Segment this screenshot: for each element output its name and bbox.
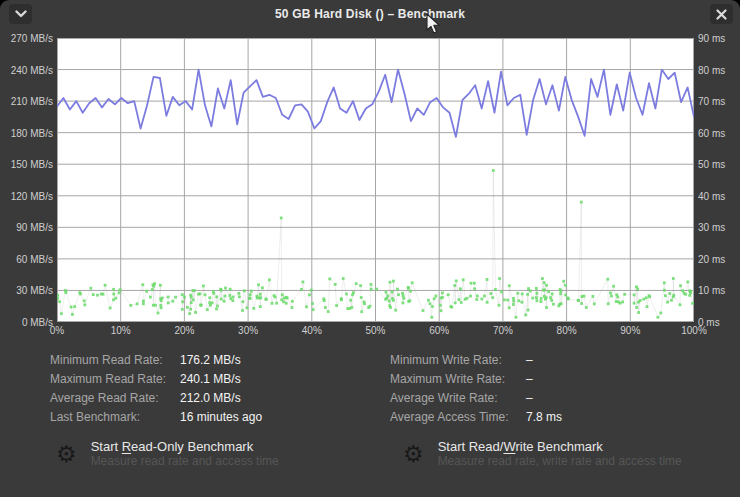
y-left-tick: 90 MB/s — [16, 222, 53, 233]
y-left-tick: 120 MB/s — [11, 190, 53, 201]
stat-value: – — [526, 391, 533, 405]
stat-min-read-rate: Minimum Read Rate: 176.2 MB/s — [50, 350, 262, 369]
stat-value: 212.0 MB/s — [180, 391, 241, 405]
y-right-tick: 80 ms — [698, 64, 725, 75]
x-tick: 10% — [111, 325, 131, 336]
close-button[interactable] — [710, 4, 733, 24]
stat-value: – — [526, 353, 533, 367]
stat-value: 16 minutes ago — [180, 410, 262, 424]
y-left-tick: 240 MB/s — [11, 64, 53, 75]
y-right-tick: 40 ms — [698, 190, 725, 201]
stat-value: 7.8 ms — [526, 410, 562, 424]
action-text: Start Read-Only Benchmark Measure read r… — [91, 439, 279, 468]
x-tick: 90% — [620, 325, 640, 336]
y-left-tick: 270 MB/s — [11, 33, 53, 44]
action-text: Start Read/Write Benchmark Measure read … — [438, 439, 682, 468]
action-subtitle: Measure read rate, write rate and access… — [438, 454, 682, 468]
stat-label: Average Read Rate: — [50, 391, 180, 405]
y-axis-right-access-time: 90 ms80 ms70 ms60 ms50 ms40 ms30 ms20 ms… — [698, 38, 740, 322]
stat-value: – — [526, 372, 533, 386]
write-stats-column: Minimum Write Rate: – Maximum Write Rate… — [390, 350, 562, 426]
y-right-tick: 90 ms — [698, 33, 725, 44]
window-title: 50 GB Hard Disk () – Benchmark — [0, 7, 740, 21]
stat-max-read-rate: Maximum Read Rate: 240.1 MB/s — [50, 369, 262, 388]
close-icon — [716, 9, 727, 20]
stat-label: Maximum Read Rate: — [50, 372, 180, 386]
y-left-tick: 30 MB/s — [16, 285, 53, 296]
y-left-tick: 180 MB/s — [11, 127, 53, 138]
x-tick: 40% — [302, 325, 322, 336]
x-tick: 100% — [681, 325, 707, 336]
benchmark-dialog: 50 GB Hard Disk () – Benchmark 270 MB/s2… — [0, 0, 740, 497]
stat-label: Minimum Read Rate: — [50, 353, 180, 367]
action-title: Start Read/Write Benchmark — [438, 439, 682, 454]
x-tick: 20% — [174, 325, 194, 336]
stat-label: Minimum Write Rate: — [390, 353, 526, 367]
x-tick: 60% — [429, 325, 449, 336]
stat-max-write-rate: Maximum Write Rate: – — [390, 369, 562, 388]
benchmark-chart — [57, 38, 694, 322]
y-right-tick: 30 ms — [698, 222, 725, 233]
stat-label: Maximum Write Rate: — [390, 372, 526, 386]
x-tick: 70% — [493, 325, 513, 336]
stat-min-write-rate: Minimum Write Rate: – — [390, 350, 562, 369]
stat-label: Average Access Time: — [390, 410, 526, 424]
action-title: Start Read-Only Benchmark — [91, 439, 279, 454]
start-read-write-benchmark-button[interactable]: ⚙ Start Read/Write Benchmark Measure rea… — [403, 439, 682, 469]
x-tick: 50% — [365, 325, 385, 336]
action-subtitle: Measure read rate and access time — [91, 454, 279, 468]
gear-icon: ⚙ — [56, 439, 77, 469]
stat-value: 176.2 MB/s — [180, 353, 241, 367]
stat-label: Last Benchmark: — [50, 410, 180, 424]
stat-avg-read-rate: Average Read Rate: 212.0 MB/s — [50, 388, 262, 407]
stat-avg-write-rate: Average Write Rate: – — [390, 388, 562, 407]
y-right-tick: 50 ms — [698, 159, 725, 170]
x-tick: 80% — [557, 325, 577, 336]
start-read-only-benchmark-button[interactable]: ⚙ Start Read-Only Benchmark Measure read… — [56, 439, 279, 469]
stat-last-benchmark: Last Benchmark: 16 minutes ago — [50, 407, 262, 426]
y-left-tick: 150 MB/s — [11, 159, 53, 170]
y-right-tick: 20 ms — [698, 253, 725, 264]
y-left-tick: 0 MB/s — [22, 317, 53, 328]
stat-label: Average Write Rate: — [390, 391, 526, 405]
read-stats-column: Minimum Read Rate: 176.2 MB/s Maximum Re… — [50, 350, 262, 426]
y-right-tick: 60 ms — [698, 127, 725, 138]
stat-value: 240.1 MB/s — [180, 372, 241, 386]
y-axis-left-read-rate: 270 MB/s240 MB/s210 MB/s180 MB/s150 MB/s… — [0, 38, 53, 322]
x-axis-disk-position: 0%10%20%30%40%50%60%70%80%90%100% — [57, 325, 694, 339]
y-left-tick: 60 MB/s — [16, 253, 53, 264]
x-tick: 30% — [238, 325, 258, 336]
y-right-tick: 70 ms — [698, 96, 725, 107]
gear-icon: ⚙ — [403, 439, 424, 469]
x-tick: 0% — [50, 325, 64, 336]
y-right-tick: 10 ms — [698, 285, 725, 296]
titlebar: 50 GB Hard Disk () – Benchmark — [0, 0, 740, 30]
y-left-tick: 210 MB/s — [11, 96, 53, 107]
stat-avg-access-time: Average Access Time: 7.8 ms — [390, 407, 562, 426]
